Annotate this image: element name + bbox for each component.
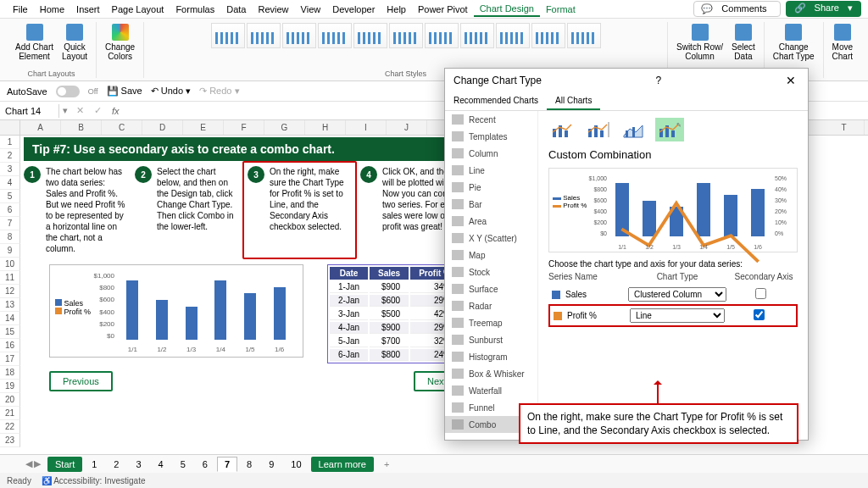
tab-recommended[interactable]: Recommended Charts xyxy=(445,92,547,110)
chart-style-6[interactable] xyxy=(389,23,423,48)
chart-style-2[interactable] xyxy=(247,23,281,48)
fx-icon[interactable]: fx xyxy=(107,106,125,116)
chart-type-item[interactable]: Bar xyxy=(445,196,537,213)
col-B[interactable]: B xyxy=(61,120,102,135)
sheet-tab-learn-more[interactable]: Learn more xyxy=(311,457,374,472)
chart-type-item[interactable]: Radar xyxy=(445,297,537,314)
col-H[interactable]: H xyxy=(305,120,346,135)
namebox-dropdown[interactable]: ▾ xyxy=(59,105,71,116)
chart-type-item[interactable]: Surface xyxy=(445,280,537,297)
undo-button[interactable]: ↶ Undo ▾ xyxy=(151,86,191,97)
accessibility-status[interactable]: ♿ Accessibility: Investigate xyxy=(42,476,146,485)
sheet-nav-prev[interactable]: ◀ xyxy=(25,458,32,469)
col-A[interactable]: A xyxy=(20,120,61,135)
autosave-toggle[interactable] xyxy=(56,86,80,97)
sheet-tab-2[interactable]: 2 xyxy=(106,457,126,472)
sheet-nav-next[interactable]: ▶ xyxy=(34,458,41,469)
quick-layout-button[interactable]: Quick Layout xyxy=(58,22,91,63)
chart-type-item[interactable]: Pie xyxy=(445,179,537,196)
change-colors-button[interactable]: Change Colors xyxy=(102,22,138,63)
redo-button[interactable]: ↷ Redo ▾ xyxy=(199,86,239,97)
col-F[interactable]: F xyxy=(224,120,264,135)
chart-style-4[interactable] xyxy=(318,23,352,48)
chart-type-item[interactable]: Box & Whisker xyxy=(445,365,537,382)
switch-row-column-button[interactable]: Switch Row/ Column xyxy=(673,22,726,63)
share-button[interactable]: 🔗 Share ▾ xyxy=(786,1,861,17)
col-I[interactable]: I xyxy=(346,120,387,135)
menu-power-pivot[interactable]: Power Pivot xyxy=(412,3,474,16)
combo-subtype-1[interactable] xyxy=(548,118,577,141)
menu-home[interactable]: Home xyxy=(34,3,70,16)
comments-button[interactable]: 💬 Comments xyxy=(693,1,780,17)
menu-chart-design[interactable]: Chart Design xyxy=(474,2,540,17)
menu-developer[interactable]: Developer xyxy=(326,3,381,16)
chart-type-item[interactable]: Sunburst xyxy=(445,331,537,348)
row-headers: 1234567891011121314151617181920212223 xyxy=(0,136,20,447)
data-table[interactable]: Date Sales Profit % 1-Jan$90034%2-Jan$60… xyxy=(327,264,462,363)
chart-type-item[interactable]: X Y (Scatter) xyxy=(445,230,537,247)
name-box[interactable]: Chart 14 xyxy=(0,104,59,118)
col-D[interactable]: D xyxy=(142,120,183,135)
chart-style-1[interactable] xyxy=(211,23,245,48)
add-chart-element-button[interactable]: Add Chart Element xyxy=(12,22,57,63)
chart-type-item[interactable]: Map xyxy=(445,247,537,263)
chart-type-item[interactable]: Area xyxy=(445,213,537,230)
menu-review[interactable]: Review xyxy=(252,3,294,16)
select-data-button[interactable]: Select Data xyxy=(728,22,759,63)
chart-type-item[interactable]: Treemap xyxy=(445,314,537,331)
step-3: 3On the right, make sure the Chart Type … xyxy=(242,161,357,259)
menu-view[interactable]: View xyxy=(295,3,327,16)
save-button[interactable]: 💾 Save xyxy=(107,86,142,97)
sheet-tab-4[interactable]: 4 xyxy=(151,457,171,472)
col-C[interactable]: C xyxy=(102,120,142,135)
sheet-tab-start[interactable]: Start xyxy=(47,457,82,472)
dialog-tabs: Recommended Charts All Charts xyxy=(445,92,808,111)
change-chart-type-button[interactable]: Change Chart Type xyxy=(770,22,818,63)
sheet-tab-10[interactable]: 10 xyxy=(283,457,309,472)
chart-style-9[interactable] xyxy=(496,23,530,48)
chart-type-item[interactable]: Waterfall xyxy=(445,382,537,399)
sheet-tab-7[interactable]: 7 xyxy=(217,457,237,472)
col-J[interactable]: J xyxy=(387,120,427,135)
menu-page-layout[interactable]: Page Layout xyxy=(106,3,170,16)
menu-help[interactable]: Help xyxy=(381,3,412,16)
menu-formulas[interactable]: Formulas xyxy=(170,3,220,16)
switch-icon xyxy=(692,24,709,41)
chart-style-7[interactable] xyxy=(425,23,459,48)
tab-all-charts[interactable]: All Charts xyxy=(547,92,600,110)
chart-style-10[interactable] xyxy=(531,23,565,48)
sheet-tab-3[interactable]: 3 xyxy=(128,457,148,472)
col-T[interactable]: T xyxy=(824,120,865,135)
chart-type-item[interactable]: Recent xyxy=(445,111,537,128)
move-chart-button[interactable]: Move Chart xyxy=(829,22,856,63)
previous-button[interactable]: Previous xyxy=(49,371,113,391)
sheet-tab-1[interactable]: 1 xyxy=(84,457,104,472)
combo-subtype-2[interactable] xyxy=(584,118,613,141)
new-sheet-button[interactable]: + xyxy=(376,459,398,469)
close-icon[interactable]: ✕ xyxy=(782,74,799,87)
combo-subtype-custom[interactable]: ✎ xyxy=(655,118,684,141)
chart-type-item[interactable]: Column xyxy=(445,145,537,162)
menu-insert[interactable]: Insert xyxy=(70,3,106,16)
embedded-chart[interactable]: Sales Profit % $1,000$800$600$400$200$0 … xyxy=(49,264,303,358)
chart-type-item[interactable]: Histogram xyxy=(445,348,537,365)
chart-style-11[interactable] xyxy=(567,23,601,48)
chart-type-item[interactable]: Stock xyxy=(445,263,537,280)
combo-subtype-3[interactable] xyxy=(620,118,648,141)
col-G[interactable]: G xyxy=(264,120,305,135)
col-E[interactable]: E xyxy=(183,120,224,135)
menu-data[interactable]: Data xyxy=(220,3,252,16)
sheet-tab-9[interactable]: 9 xyxy=(261,457,281,472)
chart-style-8[interactable] xyxy=(460,23,494,48)
sheet-tab-5[interactable]: 5 xyxy=(173,457,193,472)
menu-file[interactable]: File xyxy=(7,3,34,16)
menu-format[interactable]: Format xyxy=(540,3,581,16)
quick-layout-icon xyxy=(66,24,83,41)
chart-type-item[interactable]: Line xyxy=(445,162,537,179)
chart-style-5[interactable] xyxy=(353,23,387,48)
help-icon[interactable]: ? xyxy=(656,75,662,86)
chart-style-3[interactable] xyxy=(282,23,316,48)
sheet-tab-8[interactable]: 8 xyxy=(239,457,259,472)
sheet-tab-6[interactable]: 6 xyxy=(195,457,215,472)
chart-type-item[interactable]: Templates xyxy=(445,128,537,145)
